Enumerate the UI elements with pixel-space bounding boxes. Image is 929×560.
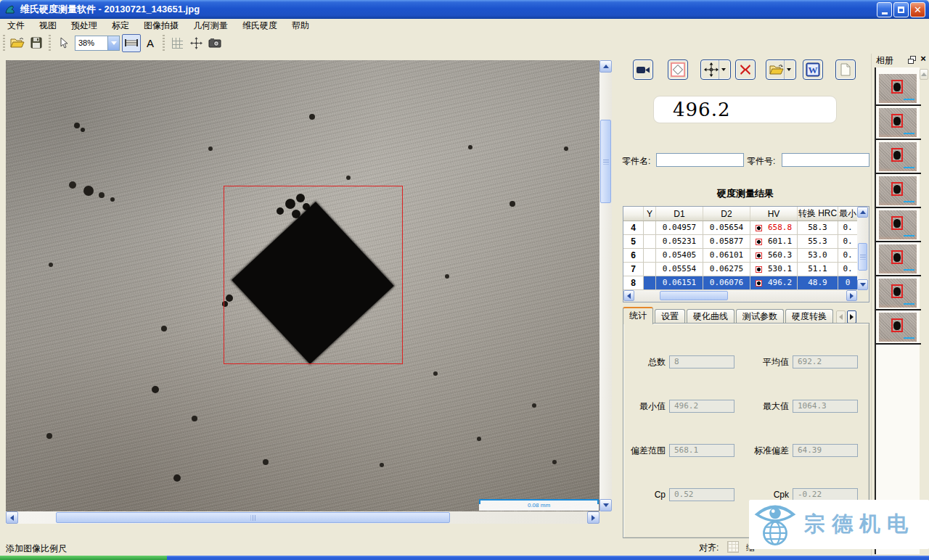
text-annotation-button[interactable]: A: [141, 34, 160, 52]
d1-cell: 0.06151: [656, 276, 703, 289]
menu-item-1[interactable]: 视图: [32, 19, 64, 32]
album-thumbnail-2[interactable]: [879, 142, 917, 171]
open-file-button[interactable]: [8, 34, 27, 52]
menu-item-7[interactable]: 帮助: [285, 19, 316, 32]
indent-move-icon: [704, 62, 719, 77]
chevron-left-icon: [627, 293, 631, 299]
album-thumbnail-7[interactable]: [879, 313, 917, 342]
menu-item-5[interactable]: 几何测量: [186, 19, 235, 32]
table-row[interactable]: 60.054050.06101560.353.00.: [623, 249, 857, 263]
scroll-up-button[interactable]: [857, 207, 868, 218]
indent-selection-box[interactable]: [224, 186, 403, 364]
column-header-1[interactable]: Y: [644, 207, 656, 221]
scroll-down-button[interactable]: [857, 279, 868, 290]
watermark: 宗德机电: [749, 500, 929, 549]
album-thumbnail-0[interactable]: [879, 74, 917, 103]
save-button[interactable]: [27, 34, 46, 52]
y-cell: [644, 221, 656, 234]
album-thumbnail-5[interactable]: [879, 244, 917, 273]
album-thumbnail-6[interactable]: [879, 279, 917, 308]
tab-2[interactable]: 硬化曲线: [687, 309, 734, 324]
scroll-right-button[interactable]: [587, 511, 599, 524]
viewer-horizontal-scrollbar[interactable]: [6, 511, 599, 524]
table-vertical-scrollbar[interactable]: [857, 207, 869, 290]
zoom-select[interactable]: 38%: [75, 36, 120, 51]
open-report-button[interactable]: [766, 59, 796, 80]
table-row[interactable]: 50.052310.05877601.155.30.: [623, 235, 857, 249]
column-header-0[interactable]: [623, 207, 644, 221]
scroll-left-button[interactable]: [6, 511, 18, 524]
column-header-6[interactable]: 最小: [838, 207, 857, 221]
part-name-input[interactable]: [656, 153, 744, 167]
results-table: YD1D2HV转换 HRC最小 40.049570.05654658.858.3…: [623, 206, 869, 302]
new-document-button[interactable]: [835, 59, 856, 80]
select-cursor-button[interactable]: [54, 34, 73, 52]
column-header-5[interactable]: 转换 HRC: [798, 207, 838, 221]
minimize-button[interactable]: [877, 2, 892, 17]
indent-move-dropdown[interactable]: [719, 60, 728, 79]
album-thumbnail-3[interactable]: [879, 176, 917, 205]
close-icon[interactable]: ×: [918, 54, 928, 64]
align-grid-icon[interactable]: [727, 541, 739, 553]
album-title: 相册: [876, 54, 893, 67]
indent-detect-button[interactable]: [668, 59, 688, 80]
scroll-left-button[interactable]: [623, 290, 634, 301]
column-header-3[interactable]: D2: [703, 207, 750, 221]
microscope-image[interactable]: 0.08 mm: [6, 60, 599, 511]
menu-item-0[interactable]: 文件: [0, 19, 32, 32]
tab-0[interactable]: 统计: [623, 307, 653, 324]
float-window-icon[interactable]: [907, 55, 917, 65]
chevron-down-icon: [603, 503, 609, 507]
open-report-dropdown[interactable]: [784, 60, 793, 79]
thumbnail-indent-box: [891, 182, 903, 196]
table-row[interactable]: 70.055540.06275530.151.10.: [623, 263, 857, 276]
video-capture-button[interactable]: [633, 59, 653, 80]
table-row[interactable]: 40.049570.05654658.858.30.: [623, 221, 857, 235]
vertical-scroll-thumb[interactable]: [600, 120, 611, 203]
table-horizontal-scrollbar[interactable]: [623, 290, 857, 302]
vertical-scroll-thumb[interactable]: [858, 243, 867, 271]
scroll-down-button[interactable]: [599, 499, 612, 511]
column-header-2[interactable]: D1: [656, 207, 703, 221]
tabs-scroll-left-button[interactable]: [836, 310, 846, 324]
menu-item-6[interactable]: 维氏硬度: [235, 19, 285, 32]
maximize-button[interactable]: [893, 2, 909, 17]
text-annotation-icon: A: [147, 37, 154, 49]
tab-4[interactable]: 硬度转换: [785, 309, 833, 324]
tab-3[interactable]: 测试参数: [736, 309, 784, 324]
scroll-up-button[interactable]: [599, 60, 612, 73]
word-report-button[interactable]: W: [803, 59, 823, 80]
scroll-right-button[interactable]: [846, 290, 857, 301]
table-row[interactable]: 80.061510.06076496.248.90: [623, 276, 857, 290]
delete-result-button[interactable]: [735, 59, 756, 80]
viewer-vertical-scrollbar[interactable]: [599, 60, 612, 511]
horizontal-scroll-thumb[interactable]: [660, 291, 728, 300]
tab-1[interactable]: 设置: [655, 309, 685, 324]
album-thumbnail-list: [875, 67, 928, 554]
album-header: 相册 ×: [872, 54, 929, 67]
column-header-4[interactable]: HV: [750, 207, 798, 221]
thumbnail-indentation: [893, 287, 901, 296]
close-button[interactable]: ✕: [910, 2, 925, 17]
grid-button[interactable]: [168, 34, 187, 52]
capture-camera-button[interactable]: [205, 34, 224, 52]
menu-item-3[interactable]: 标定: [105, 19, 136, 32]
hrc-cell: 51.1: [798, 263, 838, 276]
measure-ruler-button[interactable]: [122, 34, 141, 52]
zoom-dropdown-button[interactable]: [107, 36, 119, 50]
panel-tabs: 统计设置硬化曲线测试参数硬度转换: [623, 306, 871, 324]
album-thumbnail-1[interactable]: [879, 108, 917, 137]
measurement-panel: W 496.2 零件名: 零件号: 硬度测量结果 YD1D2HV转换 HRC最小…: [613, 54, 871, 556]
center-crosshair-button[interactable]: [187, 34, 205, 52]
scroll-up-button[interactable]: [920, 69, 928, 80]
indent-move-button[interactable]: [700, 59, 731, 80]
thumbnail-indent-box: [891, 148, 903, 162]
thumbnail-separator: [876, 275, 921, 276]
horizontal-scroll-thumb[interactable]: [56, 512, 450, 523]
album-thumbnail-4[interactable]: [879, 210, 917, 239]
menu-item-4[interactable]: 图像拍摄: [136, 19, 186, 32]
part-no-input[interactable]: [782, 153, 869, 167]
grid-icon: [172, 38, 183, 49]
tabs-scroll-right-button[interactable]: [847, 310, 856, 324]
menu-item-2[interactable]: 预处理: [64, 19, 105, 32]
